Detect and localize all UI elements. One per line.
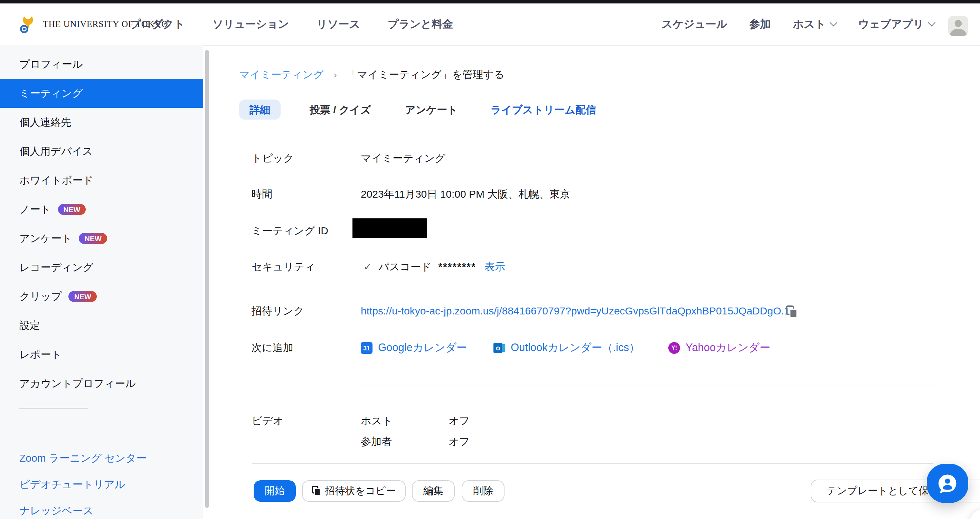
top-strip bbox=[0, 0, 980, 3]
nav-join[interactable]: 参加 bbox=[749, 17, 771, 32]
tab-polls-quizzes[interactable]: 投票 / クイズ bbox=[310, 100, 371, 119]
google-calendar-icon: 31 bbox=[361, 342, 372, 354]
outlook-calendar-icon: o bbox=[493, 342, 505, 354]
copy-link-icon[interactable] bbox=[786, 306, 797, 322]
nav-host-menu[interactable]: ホスト bbox=[793, 17, 836, 32]
meeting-id-redacted bbox=[352, 218, 427, 238]
copy-invitation-button[interactable]: 招待状をコピー bbox=[302, 480, 406, 502]
support-chat-button[interactable] bbox=[927, 464, 968, 503]
nav-products[interactable]: プロダクト bbox=[130, 17, 185, 32]
section-divider bbox=[361, 385, 937, 386]
sidebar-divider bbox=[19, 408, 89, 409]
sidebar-link-knowledge-base[interactable]: ナレッジベース bbox=[0, 498, 203, 519]
sidebar-item-meetings[interactable]: ミーティング bbox=[0, 79, 203, 108]
chevron-down-icon bbox=[829, 18, 837, 26]
sidebar-item-clips[interactable]: クリップNEW bbox=[0, 282, 203, 311]
video-participant-label: 参加者 bbox=[361, 435, 392, 449]
person-icon bbox=[948, 16, 968, 36]
tab-survey[interactable]: アンケート bbox=[405, 100, 458, 119]
check-icon: ✓ bbox=[364, 261, 371, 272]
outlook-calendar-link[interactable]: o Outlookカレンダー（.ics） bbox=[493, 341, 640, 355]
header: THE UNIVERSITY OF TOKYO プロダクト ソリューション リソ… bbox=[0, 3, 980, 46]
nav-schedule[interactable]: スケジュール bbox=[662, 17, 727, 32]
utokyo-ginkgo-icon bbox=[19, 15, 37, 33]
nav-solutions[interactable]: ソリューション bbox=[213, 17, 289, 32]
time-label: 時間 bbox=[251, 188, 272, 201]
sidebar-link-learning-center[interactable]: Zoom ラーニング センター bbox=[0, 445, 203, 471]
time-value: 2023年11月30日 10:00 PM 大阪、札幌、東京 bbox=[361, 188, 570, 201]
copy-icon bbox=[312, 486, 321, 496]
sidebar: プロフィール ミーティング 個人連絡先 個人用デバイス ホワイトボード ノートN… bbox=[0, 45, 203, 519]
sidebar-item-profile[interactable]: プロフィール bbox=[0, 50, 203, 79]
invite-link-label: 招待リンク bbox=[251, 305, 304, 318]
yahoo-calendar-link[interactable]: Y! Yahooカレンダー bbox=[668, 341, 770, 355]
tab-details[interactable]: 詳細 bbox=[239, 100, 281, 119]
tab-livestream[interactable]: ライブストリーム配信 bbox=[491, 100, 596, 119]
user-avatar[interactable] bbox=[948, 16, 968, 36]
sidebar-item-settings[interactable]: 設定 bbox=[0, 311, 203, 340]
account-nav: スケジュール 参加 ホスト ウェブアプリ bbox=[662, 3, 934, 45]
yahoo-calendar-icon: Y! bbox=[668, 342, 680, 354]
start-button[interactable]: 開始 bbox=[254, 480, 296, 502]
corner-bubble bbox=[969, 509, 980, 519]
breadcrumb: マイミーティング › 「マイミーティング」を管理する bbox=[239, 68, 504, 81]
delete-button[interactable]: 削除 bbox=[462, 480, 504, 502]
passcode-show-link[interactable]: 表示 bbox=[484, 261, 505, 272]
google-calendar-link[interactable]: 31 Googleカレンダー bbox=[361, 341, 467, 355]
sidebar-item-account-profile[interactable]: アカウントプロフィール bbox=[0, 369, 203, 398]
passcode-masked: ******** bbox=[438, 261, 476, 272]
sidebar-item-personal-contacts[interactable]: 個人連絡先 bbox=[0, 108, 203, 137]
chevron-down-icon bbox=[928, 18, 936, 26]
sidebar-scrollbar[interactable] bbox=[205, 50, 209, 508]
edit-button[interactable]: 編集 bbox=[412, 480, 455, 502]
sidebar-item-reports[interactable]: レポート bbox=[0, 340, 203, 369]
zoom-meeting-page: THE UNIVERSITY OF TOKYO プロダクト ソリューション リソ… bbox=[0, 0, 980, 519]
new-badge: NEW bbox=[58, 204, 86, 215]
video-host-value: オフ bbox=[449, 415, 469, 428]
video-participant-value: オフ bbox=[449, 435, 469, 449]
add-to-label: 次に追加 bbox=[251, 341, 293, 355]
topic-label: トピック bbox=[251, 152, 294, 165]
video-host-label: ホスト bbox=[361, 415, 393, 428]
security-label: セキュリティ bbox=[251, 261, 315, 274]
sidebar-item-whiteboard[interactable]: ホワイトボード bbox=[0, 166, 203, 195]
sidebar-link-video-tutorials[interactable]: ビデオチュートリアル bbox=[0, 471, 203, 498]
sidebar-item-personal-devices[interactable]: 個人用デバイス bbox=[0, 137, 203, 166]
topic-value: マイミーティング bbox=[361, 152, 445, 165]
sidebar-external-links: Zoom ラーニング センター ビデオチュートリアル ナレッジベース bbox=[0, 445, 203, 519]
footer-divider bbox=[251, 463, 933, 464]
nav-webapp-menu[interactable]: ウェブアプリ bbox=[858, 17, 934, 32]
nav-plans-pricing[interactable]: プランと料金 bbox=[388, 17, 453, 32]
breadcrumb-current: 「マイミーティング」を管理する bbox=[347, 68, 504, 80]
new-badge: NEW bbox=[79, 233, 107, 244]
sidebar-item-notes[interactable]: ノートNEW bbox=[0, 195, 203, 224]
meeting-id-label: ミーティング ID bbox=[251, 224, 328, 238]
new-badge: NEW bbox=[69, 291, 97, 302]
invite-link-url[interactable]: https://u-tokyo-ac-jp.zoom.us/j/88416670… bbox=[361, 305, 790, 317]
sidebar-item-recordings[interactable]: レコーディング bbox=[0, 253, 203, 282]
chat-person-icon bbox=[935, 471, 960, 496]
security-value: ✓パスコード******** 表示 bbox=[364, 261, 505, 274]
video-label: ビデオ bbox=[251, 415, 283, 428]
sidebar-item-surveys[interactable]: アンケートNEW bbox=[0, 224, 203, 253]
nav-resources[interactable]: リソース bbox=[317, 17, 360, 32]
passcode-label: パスコード bbox=[379, 261, 431, 272]
primary-nav: プロダクト ソリューション リソース プランと料金 bbox=[130, 3, 453, 45]
breadcrumb-my-meetings-link[interactable]: マイミーティング bbox=[239, 68, 324, 80]
breadcrumb-separator: › bbox=[334, 69, 337, 80]
